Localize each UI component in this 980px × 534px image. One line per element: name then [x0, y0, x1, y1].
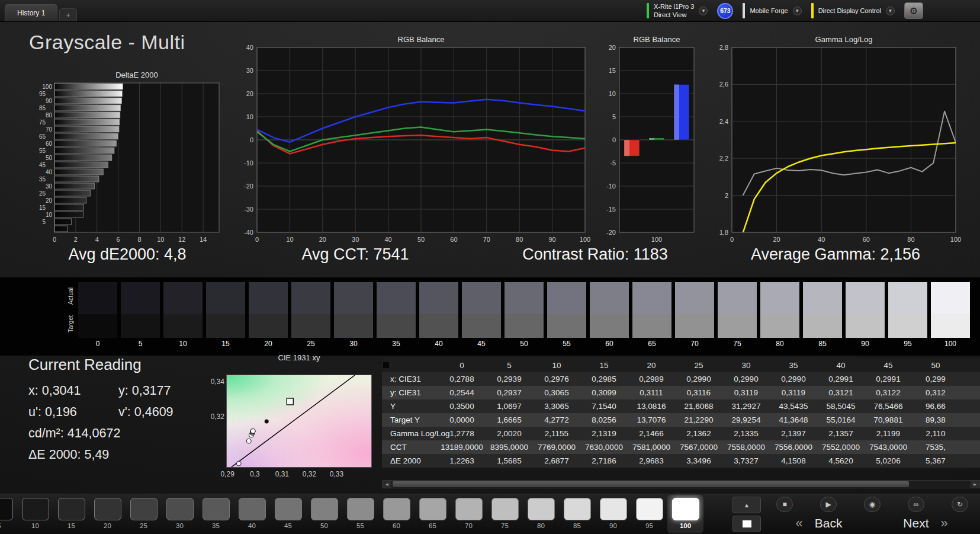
deltae-bar-chart: 02468101214DeltaE 2000100959085807570656…: [31, 70, 224, 245]
patch-level-label: 65: [429, 522, 436, 529]
scroll-right-button[interactable]: ►: [971, 481, 979, 488]
svg-text:-15: -15: [606, 206, 616, 213]
table-row: Target Y0,00001,66654,27728,025613,70762…: [382, 413, 980, 427]
table-column-header: 45: [865, 361, 912, 370]
continuous-measure-button[interactable]: ∞: [908, 497, 924, 512]
table-row: Gamma Log/Log1,27782,00202,11552,13192,1…: [382, 427, 980, 440]
table-cell: 1,0697: [486, 402, 533, 411]
table-cell: 13,0816: [628, 402, 675, 411]
svg-text:-10: -10: [244, 159, 253, 167]
table-cell: 96,66: [912, 402, 959, 411]
chevron-up-icon: ▲: [744, 502, 750, 509]
table-cell: 0,2991: [817, 375, 865, 383]
refresh-button[interactable]: ↻: [952, 497, 968, 512]
patch-level-button[interactable]: 60: [378, 495, 415, 533]
scrollbar-thumb[interactable]: [393, 481, 909, 487]
grayscale-swatch: 0: [78, 282, 117, 350]
table-cell: 89,38: [912, 415, 959, 424]
table-cell: 0,2544: [438, 388, 486, 397]
table-cell: 2,7186: [580, 456, 628, 465]
patch-level-button[interactable]: 90: [595, 495, 631, 533]
table-cell: 0,3121: [817, 388, 865, 397]
meter-select[interactable]: X-Rite i1Pro 3Direct View ▼: [647, 2, 708, 20]
tab-history-1[interactable]: History 1: [5, 4, 57, 21]
data-table: 05101520253035404550x: CIE310,27880,2939…: [382, 358, 980, 468]
patch-level-button[interactable]: 70: [451, 495, 487, 533]
table-cell: 0,2990: [770, 375, 817, 383]
grayscale-swatch: 55: [547, 282, 586, 350]
back-button[interactable]: « Back: [768, 514, 870, 532]
svg-text:8: 8: [137, 236, 141, 243]
stat-avg-cct: Avg CCT: 7541: [231, 245, 480, 264]
patch-level-button[interactable]: 75: [487, 495, 523, 533]
target-button[interactable]: ◉: [864, 497, 881, 512]
swatch-level-label: 10: [163, 338, 203, 350]
patch-level-button[interactable]: 100: [667, 495, 703, 533]
table-cell: 8,0256: [580, 415, 628, 424]
patch-level-button[interactable]: 80: [523, 495, 559, 533]
display-control-select[interactable]: Direct Display Control ▼: [811, 2, 895, 20]
svg-text:85: 85: [39, 105, 46, 111]
current-reading-panel: Current Reading x: 0,3041 y: 0,3177 u': …: [28, 356, 212, 462]
workflow-select[interactable]: Mobile Forge ▼: [743, 2, 801, 20]
swatch-level-label: 100: [931, 338, 970, 350]
table-cell: 2,1357: [817, 429, 865, 438]
cie-x-tick-label: 0,3: [245, 470, 265, 478]
svg-text:10: 10: [286, 236, 293, 243]
patch-level-button[interactable]: 50: [306, 495, 342, 533]
svg-text:RGB Balance: RGB Balance: [634, 35, 680, 44]
table-cell: 2,1335: [722, 429, 770, 438]
table-cell: 0,3119: [770, 388, 817, 397]
table-cell: 0,2976: [533, 375, 580, 383]
table-row: y: CIE310,25440,29370,30650,30990,31110,…: [382, 386, 980, 399]
patch-level-button[interactable]: 95: [631, 495, 667, 533]
play-button[interactable]: ▶: [820, 497, 837, 512]
table-cell: 0,3122: [865, 388, 912, 397]
patch-level-button[interactable]: 30: [162, 495, 198, 533]
grayscale-swatch: 40: [419, 282, 458, 350]
scroll-left-button[interactable]: ◄: [383, 481, 391, 488]
scrollbar-track[interactable]: [391, 481, 971, 488]
patch-level-button[interactable]: 40: [234, 495, 270, 533]
patch-swatch: [94, 498, 121, 520]
swatch-level-label: 75: [718, 338, 757, 350]
settings-button[interactable]: ⚙: [904, 2, 923, 19]
svg-text:75: 75: [39, 119, 46, 126]
table-cell: 2,1155: [533, 429, 580, 438]
patch-level-label: 55: [356, 522, 364, 529]
measure-buttons: ■ ▶ ◉ ∞ ↻: [768, 497, 976, 512]
table-cell: 0,312: [912, 388, 959, 397]
patch-level-button[interactable]: 20: [89, 495, 126, 533]
patch-level-button[interactable]: 85: [559, 495, 595, 533]
patch-swatch: [383, 498, 410, 520]
grayscale-swatch: 70: [675, 282, 714, 350]
stop-button[interactable]: ■: [776, 497, 793, 512]
patch-window-button[interactable]: [732, 516, 761, 532]
swatch-level-label: 25: [291, 338, 330, 350]
next-button[interactable]: Next »: [875, 514, 976, 532]
table-cell: 76,5466: [865, 402, 912, 411]
svg-text:2,4: 2,4: [719, 118, 728, 125]
patch-level-button[interactable]: 25: [126, 495, 162, 533]
table-cell: 0,0000: [438, 415, 486, 424]
add-tab-button[interactable]: +: [59, 8, 77, 21]
expand-panel-button[interactable]: ▲: [732, 497, 761, 513]
patch-level-button[interactable]: 35: [198, 495, 234, 533]
patch-window-icon: [743, 520, 751, 527]
patch-level-button[interactable]: 55: [342, 495, 378, 533]
patch-level-button[interactable]: 45: [270, 495, 306, 533]
patch-level-label: 85: [573, 522, 581, 529]
patch-swatch: [130, 498, 158, 520]
patch-level-button[interactable]: 15: [53, 495, 89, 533]
table-cell: 0,2990: [722, 375, 770, 383]
swatch-level-label: 35: [377, 338, 416, 350]
patch-level-button[interactable]: 5: [0, 495, 17, 533]
patch-level-button[interactable]: 65: [415, 495, 451, 533]
patch-bar: 5101520253035404550556065707580859095100: [0, 495, 703, 533]
table-column-header: 30: [722, 361, 770, 370]
table-horizontal-scrollbar[interactable]: ◄ ►: [382, 480, 980, 488]
swatch-actual: [291, 282, 330, 314]
svg-text:90: 90: [548, 236, 555, 243]
patch-level-button[interactable]: 10: [17, 495, 53, 533]
swatch-actual: [803, 282, 842, 314]
